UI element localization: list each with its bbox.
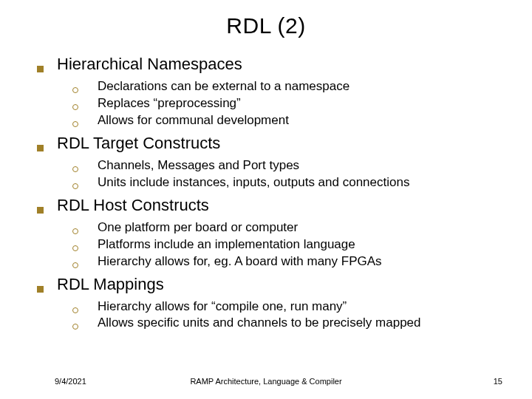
circle-bullet-icon — [72, 166, 78, 172]
section-rdl-target-constructs: RDL Target Constructs Channels, Messages… — [37, 134, 505, 191]
section-heading: RDL Host Constructs — [57, 196, 209, 215]
slide-content: Hierarchical Namespaces Declarations can… — [27, 55, 505, 332]
circle-bullet-icon — [72, 245, 78, 251]
list-item: Replaces “preprocessing” — [72, 95, 505, 112]
list-item: Hierarchy allows for, eg. A board with m… — [72, 253, 505, 270]
section-rdl-host-constructs: RDL Host Constructs One platform per boa… — [37, 196, 505, 270]
list-item: Channels, Messages and Port types — [72, 157, 505, 174]
footer-date: 9/4/2021 — [55, 377, 86, 386]
list-item-text: Platforms include an implementation lang… — [98, 236, 355, 253]
slide: RDL (2) Hierarchical Namespaces Declarat… — [0, 0, 532, 399]
sub-list: Hierarchy allows for “compile one, run m… — [37, 299, 505, 332]
list-item-text: Allows for communal development — [98, 112, 289, 129]
sub-list: Channels, Messages and Port types Units … — [37, 157, 505, 191]
square-bullet-icon — [37, 207, 44, 214]
list-item: Allows for communal development — [72, 112, 505, 129]
section-row: RDL Target Constructs — [37, 134, 505, 153]
list-item: One platform per board or computer — [72, 219, 505, 236]
list-item-text: Hierarchy allows for “compile one, run m… — [98, 299, 347, 316]
circle-bullet-icon — [72, 104, 78, 110]
circle-bullet-icon — [72, 87, 78, 93]
section-heading: RDL Mappings — [57, 275, 164, 294]
square-bullet-icon — [37, 286, 44, 293]
list-item: Declarations can be external to a namesp… — [72, 78, 505, 95]
list-item-text: Allows specific units and channels to be… — [98, 315, 421, 332]
section-rdl-mappings: RDL Mappings Hierarchy allows for “compi… — [37, 275, 505, 332]
square-bullet-icon — [37, 66, 44, 72]
section-row: RDL Host Constructs — [37, 196, 505, 215]
footer-center-text: RAMP Architecture, Language & Compiler — [190, 377, 341, 386]
list-item: Hierarchy allows for “compile one, run m… — [72, 299, 505, 316]
list-item: Units include instances, inputs, outputs… — [72, 174, 505, 191]
section-heading: RDL Target Constructs — [57, 134, 220, 153]
circle-bullet-icon — [72, 121, 78, 127]
list-item-text: Replaces “preprocessing” — [98, 95, 241, 112]
sub-list: Declarations can be external to a namesp… — [37, 78, 505, 129]
list-item-text: Hierarchy allows for, eg. A board with m… — [98, 253, 382, 270]
circle-bullet-icon — [72, 228, 78, 234]
section-hierarchical-namespaces: Hierarchical Namespaces Declarations can… — [37, 55, 505, 129]
sub-list: One platform per board or computer Platf… — [37, 219, 505, 270]
list-item: Platforms include an implementation lang… — [72, 236, 505, 253]
section-row: RDL Mappings — [37, 275, 505, 294]
circle-bullet-icon — [72, 307, 78, 313]
square-bullet-icon — [37, 145, 44, 151]
list-item-text: Channels, Messages and Port types — [98, 157, 299, 174]
slide-footer: 9/4/2021 RAMP Architecture, Language & C… — [0, 377, 532, 386]
list-item-text: Units include instances, inputs, outputs… — [98, 174, 409, 191]
section-row: Hierarchical Namespaces — [37, 55, 505, 74]
list-item-text: One platform per board or computer — [98, 219, 298, 236]
circle-bullet-icon — [72, 324, 78, 330]
footer-page-number: 15 — [494, 377, 502, 386]
slide-title: RDL (2) — [27, 13, 505, 38]
list-item-text: Declarations can be external to a namesp… — [98, 78, 349, 95]
circle-bullet-icon — [72, 262, 78, 268]
section-heading: Hierarchical Namespaces — [57, 55, 242, 74]
list-item: Allows specific units and channels to be… — [72, 315, 505, 332]
circle-bullet-icon — [72, 183, 78, 189]
